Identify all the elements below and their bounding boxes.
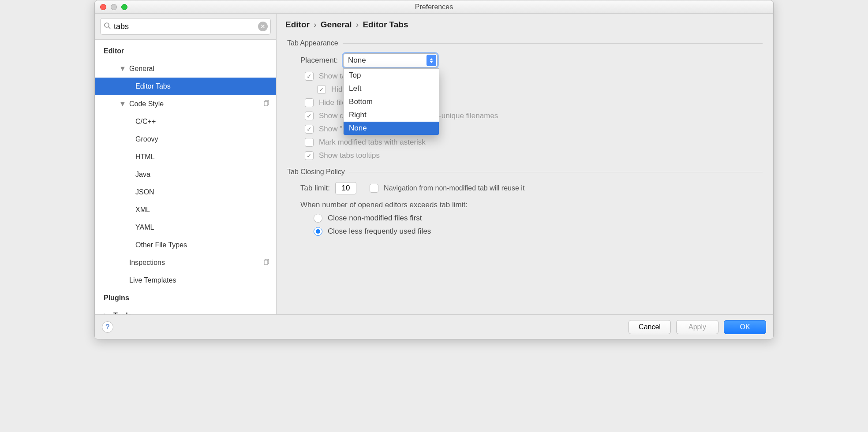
tree-item-live-templates[interactable]: Live Templates: [95, 272, 276, 289]
search-icon: [104, 22, 111, 31]
check-mark-modified: Mark modified tabs with asterisk: [305, 138, 763, 147]
tree-item-label: XML: [135, 206, 150, 214]
tree-item-yaml[interactable]: YAML: [95, 219, 276, 236]
check-label: Mark modified tabs with asterisk: [319, 138, 426, 147]
radio-icon: [314, 214, 322, 223]
help-button[interactable]: ?: [102, 321, 113, 333]
placement-row: Placement: None TopLeftBottomRightNone: [300, 53, 763, 67]
search-box: ✕: [100, 18, 271, 35]
placement-dropdown[interactable]: TopLeftBottomRightNone: [343, 68, 439, 135]
settings-tree[interactable]: Editor▼GeneralEditor Tabs▼Code StyleC/C+…: [95, 40, 276, 314]
breadcrumb-sep: ›: [312, 20, 318, 29]
placement-label: Placement:: [300, 56, 338, 65]
body: ✕ Editor▼GeneralEditor Tabs▼Code StyleC/…: [95, 14, 773, 314]
tree-item-label: Live Templates: [129, 276, 176, 284]
breadcrumb-editor: Editor: [285, 20, 310, 29]
checkbox[interactable]: [305, 125, 314, 134]
tree-item-json[interactable]: JSON: [95, 183, 276, 201]
section-title-label: Tab Closing Policy: [287, 168, 345, 176]
tree-item-label: YAML: [135, 223, 154, 231]
search-wrap: ✕: [95, 14, 276, 40]
radio-icon: [314, 227, 322, 236]
tree-item-label: Editor Tabs: [135, 82, 171, 90]
checkbox[interactable]: [305, 138, 314, 147]
placement-option-right[interactable]: Right: [344, 108, 439, 122]
tree-item-plugins[interactable]: Plugins: [95, 289, 276, 307]
tree-item-label: Plugins: [104, 294, 129, 302]
tree-item-editor[interactable]: Editor: [95, 42, 276, 60]
tree-item-other-file-types[interactable]: Other File Types: [95, 236, 276, 254]
tree-item-label: Inspections: [129, 259, 165, 267]
checkbox[interactable]: [305, 72, 314, 81]
copy-profile-icon[interactable]: [264, 100, 270, 108]
tree-item-label: Java: [135, 171, 150, 179]
preferences-window: Preferences ✕ Editor▼GeneralEditor Tabs▼…: [94, 0, 774, 339]
content: Editor › General › Editor Tabs Tab Appea…: [277, 14, 773, 314]
nav-reuse-label: Navigation from non-modified tab will re…: [384, 184, 524, 192]
apply-button[interactable]: Apply: [676, 320, 718, 334]
tree-item-code-style[interactable]: ▼Code Style: [95, 95, 276, 113]
breadcrumb-general: General: [321, 20, 352, 29]
placement-value: None: [348, 56, 366, 65]
chevron-down-icon: ▼: [120, 66, 126, 72]
ok-button[interactable]: OK: [724, 320, 766, 334]
copy-profile-icon[interactable]: [264, 259, 270, 267]
checkbox[interactable]: [305, 151, 314, 160]
placement-option-top[interactable]: Top: [344, 69, 439, 82]
select-arrows-icon: [427, 55, 436, 66]
tab-limit-input[interactable]: [335, 182, 356, 194]
checkbox[interactable]: [305, 98, 314, 107]
breadcrumb-editor-tabs: Editor Tabs: [363, 20, 408, 29]
search-input[interactable]: [114, 22, 255, 31]
section-tab-closing: Tab Closing Policy: [287, 168, 763, 176]
section-tab-appearance: Tab Appearance: [287, 39, 763, 47]
radio-close-non-modified[interactable]: Close non-modified files first: [314, 214, 763, 223]
placement-select-wrap: None TopLeftBottomRightNone: [343, 53, 438, 67]
breadcrumb: Editor › General › Editor Tabs: [277, 14, 773, 36]
chevron-right-icon: ▶: [104, 313, 110, 314]
spacer-icon: [120, 260, 126, 266]
placement-option-none[interactable]: None: [344, 122, 439, 135]
tree-item-groovy[interactable]: Groovy: [95, 130, 276, 148]
window-title: Preferences: [95, 3, 773, 11]
chevron-down-icon: ▼: [120, 101, 126, 107]
tab-limit-row: Tab limit: Navigation from non-modified …: [300, 182, 763, 194]
tree-item-editor-tabs[interactable]: Editor Tabs: [95, 78, 276, 95]
tree-item-label: Code Style: [129, 100, 164, 108]
tree-item-inspections[interactable]: Inspections: [95, 254, 276, 272]
clear-search-icon[interactable]: ✕: [258, 22, 268, 31]
check-show-tooltips: Show tabs tooltips: [305, 151, 763, 160]
tree-item-label: C/C++: [135, 118, 156, 126]
spacer-icon: [120, 277, 126, 283]
footer: ? Cancel Apply OK: [95, 314, 773, 339]
checkbox[interactable]: [317, 85, 326, 94]
placement-select[interactable]: None: [343, 53, 438, 67]
svg-line-1: [108, 27, 110, 29]
radio-close-less-freq[interactable]: Close less frequently used files: [314, 227, 763, 236]
cancel-button[interactable]: Cancel: [629, 320, 671, 334]
checkbox[interactable]: [305, 112, 314, 120]
tree-item-c-c-[interactable]: C/C++: [95, 113, 276, 130]
nav-reuse-checkbox[interactable]: [370, 184, 378, 193]
tree-item-html[interactable]: HTML: [95, 148, 276, 166]
tree-item-xml[interactable]: XML: [95, 201, 276, 219]
tree-item-java[interactable]: Java: [95, 166, 276, 183]
tree-item-label: Tools: [113, 312, 131, 314]
tree-item-label: General: [129, 65, 154, 73]
divider: [349, 172, 763, 172]
svg-rect-3: [264, 101, 268, 106]
section-title-label: Tab Appearance: [287, 39, 338, 47]
settings-pane[interactable]: Tab Appearance Placement: None To: [277, 36, 773, 314]
tree-item-label: Groovy: [135, 135, 158, 143]
tree-item-label: Other File Types: [135, 241, 187, 249]
tree-item-label: Editor: [104, 47, 124, 55]
tree-item-tools[interactable]: ▶Tools: [95, 307, 276, 314]
titlebar: Preferences: [95, 0, 773, 14]
tree-item-label: HTML: [135, 153, 155, 161]
tree-item-general[interactable]: ▼General: [95, 60, 276, 78]
tree-item-label: JSON: [135, 188, 154, 196]
radio-label: Close less frequently used files: [328, 227, 431, 236]
placement-option-left[interactable]: Left: [344, 82, 439, 95]
placement-option-bottom[interactable]: Bottom: [344, 95, 439, 108]
divider: [343, 43, 763, 44]
